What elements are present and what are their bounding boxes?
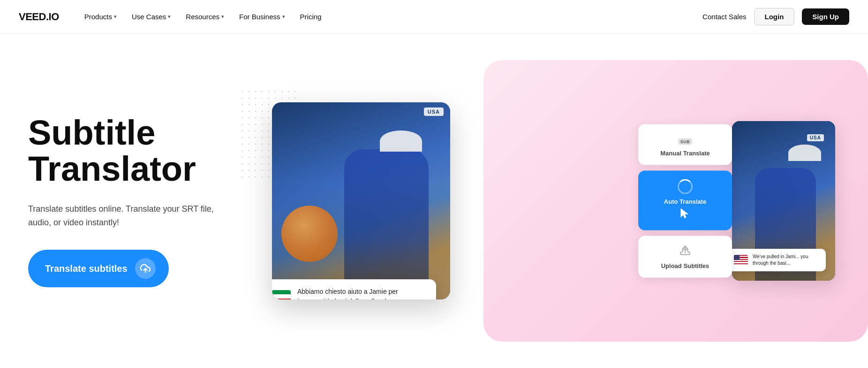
contact-sales-link[interactable]: Contact Sales (702, 13, 746, 21)
nav-for-business[interactable]: For Business ▾ (233, 9, 292, 24)
loading-spinner (678, 179, 693, 194)
login-button[interactable]: Login (754, 8, 795, 25)
manual-translate-option[interactable]: SUB Manual Translate (638, 124, 732, 165)
cursor-icon (680, 208, 690, 220)
italian-subtitle-text: Abbiamo chiesto aiuto a Jamie per insegn… (297, 287, 427, 299)
upload-subtitles-label: Upload Subtitles (646, 262, 725, 269)
nav-use-cases[interactable]: Use Cases ▾ (125, 9, 177, 24)
chevron-down-icon: ▾ (282, 14, 285, 20)
secondary-cap-silhouette (788, 145, 821, 161)
secondary-video-background: USA We've pulled in Jami... you through … (732, 121, 835, 281)
navbar: VEED.IO Products ▾ Use Cases ▾ Resources… (0, 0, 868, 34)
usa-badge-main: USA (424, 107, 444, 115)
secondary-video-card: USA We've pulled in Jami... you through … (732, 121, 835, 281)
manual-translate-label: Manual Translate (646, 150, 725, 157)
italian-subtitle-card: Abbiamo chiesto aiuto a Jamie per insegn… (272, 279, 436, 299)
english-subtitle-card: We've pulled in Jami... you through the … (732, 249, 826, 271)
nav-products[interactable]: Products ▾ (78, 9, 123, 24)
hero-title: Subtitle Translator (28, 115, 253, 187)
nav-links: Products ▾ Use Cases ▾ Resources ▾ For B… (78, 9, 702, 24)
video-background: USA (272, 102, 450, 299)
upload-subtitles-option[interactable]: Upload Subtitles (638, 236, 732, 278)
hero-subtitle: Translate subtitles online. Translate yo… (28, 202, 216, 230)
player-silhouette (344, 149, 429, 299)
nav-pricing[interactable]: Pricing (294, 9, 328, 24)
hero-section: Subtitle Translator Translate subtitles … (0, 34, 868, 368)
logo[interactable]: VEED.IO (19, 11, 59, 23)
flag-red-stripe (272, 299, 291, 299)
us-flag-icon (734, 255, 748, 265)
us-flag-canton (734, 255, 740, 260)
english-subtitle-text: We've pulled in Jami... you through the … (753, 253, 819, 267)
signup-button[interactable]: Sign Up (802, 8, 849, 25)
cap-silhouette (380, 130, 422, 152)
main-video-card: USA Abbiamo chiesto aiuto a Jamie per in… (272, 102, 450, 299)
nav-resources[interactable]: Resources ▾ (179, 9, 231, 24)
cloud-upload-icon (646, 245, 725, 259)
flag-white-stripe (272, 294, 291, 299)
hero-right: USA Abbiamo chiesto aiuto a Jamie per in… (253, 60, 840, 342)
auto-translate-label: Auto Translate (646, 198, 725, 205)
nav-right: Contact Sales Login Sign Up (702, 8, 849, 25)
volleyball-decoration (281, 206, 338, 262)
translate-subtitles-button[interactable]: Translate subtitles (28, 250, 169, 287)
translate-panel: SUB Manual Translate Auto Translate (638, 124, 732, 278)
chevron-down-icon: ▾ (221, 14, 224, 20)
chevron-down-icon: ▾ (168, 14, 171, 20)
subtitle-icon: SUB (646, 133, 725, 146)
upload-cloud-icon (140, 263, 151, 274)
cursor-decoration (646, 208, 725, 222)
upload-icon-circle (135, 258, 156, 279)
chevron-down-icon: ▾ (114, 14, 117, 20)
flag-green-stripe (272, 290, 291, 294)
hero-left: Subtitle Translator Translate subtitles … (28, 115, 253, 288)
auto-translate-option[interactable]: Auto Translate (638, 171, 732, 230)
italian-flag-icon (272, 290, 291, 299)
